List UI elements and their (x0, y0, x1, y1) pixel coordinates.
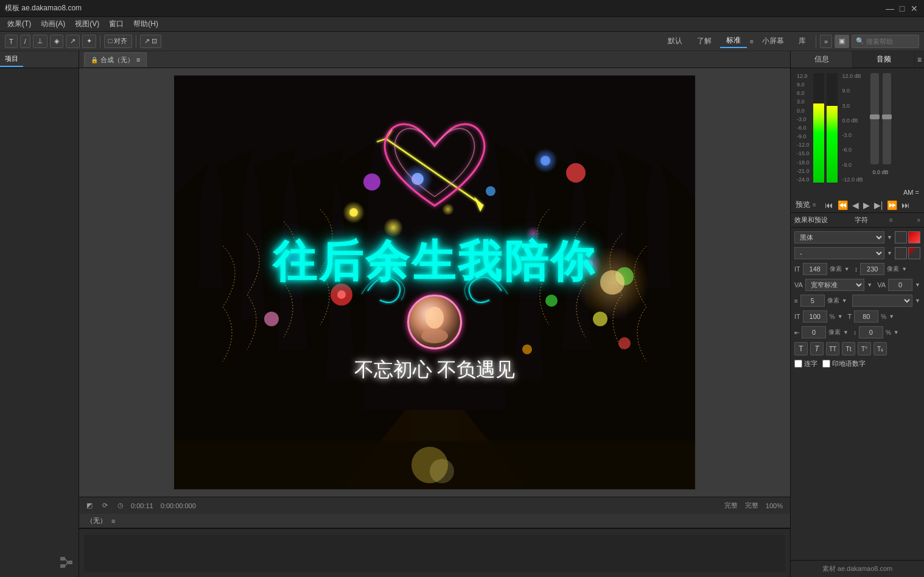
preview-rewind-first[interactable]: ⏮ (824, 200, 835, 210)
volume-slider-left[interactable] (870, 73, 879, 164)
font-select[interactable]: 黑体 (794, 231, 884, 243)
ts-italic[interactable]: T (810, 342, 824, 355)
tool-text[interactable]: T (5, 35, 18, 48)
tool-shape[interactable]: ◈ (50, 35, 63, 48)
search-input[interactable] (866, 38, 915, 45)
nav-learn[interactable]: 了解 (691, 35, 718, 48)
ts-super[interactable]: T° (858, 342, 871, 355)
it-dropdown[interactable]: ▼ (838, 313, 843, 320)
preview-menu-icon[interactable]: ≡ (813, 201, 816, 208)
canvas-view-btn3[interactable]: ◷ (115, 502, 126, 509)
va-select[interactable]: 宽窄标准 (805, 279, 864, 291)
effects-menu-icon[interactable]: ≡ (889, 217, 893, 223)
ts-allcaps[interactable]: TT (826, 342, 839, 355)
tracking-input[interactable] (860, 263, 884, 275)
audio-menu-icon[interactable]: ≡ (915, 51, 924, 68)
size-dropdown[interactable]: ▼ (844, 266, 850, 272)
minimize-button[interactable]: — (885, 4, 895, 13)
preview-prev-frame[interactable]: ◀ (851, 200, 860, 210)
indent-icon: ⇤ (794, 329, 799, 336)
volume-slider-right[interactable] (883, 73, 891, 164)
timeline-menu-icon[interactable]: ≡ (111, 517, 115, 525)
tab-audio[interactable]: 音频 (853, 51, 915, 68)
font-style-select[interactable]: - (794, 247, 884, 259)
font-size-input[interactable] (803, 263, 827, 275)
it-unit: % (830, 313, 835, 320)
left-panel-tabs: 项目 (0, 51, 79, 68)
svg-rect-1 (60, 564, 65, 568)
ts-smallcaps[interactable]: Tt (842, 342, 855, 355)
nav-small-screen[interactable]: 小屏幕 (756, 35, 790, 48)
indic-label[interactable]: 印地语数字 (822, 359, 866, 368)
preview-next-frame[interactable]: ▶| (873, 200, 884, 210)
baseline-input[interactable] (854, 310, 878, 323)
color-swatch-4[interactable] (908, 247, 920, 259)
vu-mask-left (813, 73, 824, 103)
nav-default[interactable]: 默认 (662, 35, 688, 48)
ligature-checkbox[interactable] (794, 360, 802, 368)
canvas-view-btn1[interactable]: ◩ (84, 502, 95, 509)
scale-input[interactable] (859, 326, 883, 338)
it-size-input[interactable] (803, 310, 827, 323)
comp-tab-menu[interactable]: ≡ (136, 56, 140, 63)
close-button[interactable]: ✕ (909, 4, 919, 13)
canvas-resolution: 完整 (745, 501, 758, 510)
tracking-dropdown[interactable]: ▼ (901, 266, 907, 272)
svg-rect-0 (60, 557, 65, 561)
nav-library[interactable]: 库 (793, 35, 812, 48)
color-swatch-3[interactable] (895, 247, 907, 259)
stroke-type-select[interactable] (852, 295, 912, 307)
preview-fforward[interactable]: ⏩ (886, 200, 898, 210)
timeline-tab[interactable]: （无） (84, 516, 109, 525)
indic-checkbox[interactable] (822, 360, 830, 368)
resize-button[interactable]: ↗ ⊡ (140, 35, 161, 48)
left-tab-project[interactable]: 项目 (0, 52, 23, 67)
maximize-button[interactable]: □ (897, 4, 907, 13)
preview-play[interactable]: ▶ (862, 200, 871, 210)
tool-pen[interactable]: / (20, 35, 30, 48)
char-label[interactable]: 字符 (855, 215, 868, 225)
color-swatch-2[interactable] (908, 231, 920, 243)
nav-standard[interactable]: 标准 (720, 35, 747, 48)
effects-extend-icon[interactable]: » (917, 217, 920, 223)
stroke-input[interactable] (800, 295, 825, 307)
tool-star[interactable]: ✦ (82, 35, 96, 48)
canvas-zoom-btn[interactable]: 100% (763, 502, 785, 509)
va2-dropdown[interactable]: ▼ (915, 282, 920, 288)
preview-rewind[interactable]: ⏪ (836, 200, 849, 210)
main-layout: 项目 🔒 合成（无） ≡ (0, 51, 924, 577)
menu-item-effects[interactable]: 效果(T) (2, 18, 36, 30)
indent-dropdown[interactable]: ▼ (843, 329, 849, 335)
char-panel: 黑体 ▼ - ▼ IT (791, 228, 924, 560)
preview-fforward-last[interactable]: ⏭ (900, 200, 911, 210)
left-panel-content (0, 68, 79, 577)
tab-info[interactable]: 信息 (791, 51, 853, 68)
canvas-view-btn2[interactable]: ⟳ (100, 502, 110, 509)
effects-label[interactable]: 效果和预设 (794, 215, 828, 225)
color-swatches-2 (895, 247, 920, 259)
align-button[interactable]: □ 对齐 (104, 35, 132, 48)
comp-lock-icon: 🔒 (91, 57, 98, 63)
ts-sub[interactable]: T₁ (873, 342, 887, 355)
avatar-circle (407, 295, 462, 349)
comp-tab[interactable]: 🔒 合成（无） ≡ (84, 52, 147, 67)
baseline-dropdown[interactable]: ▼ (889, 313, 894, 320)
tool-anchor[interactable]: ⊥ (33, 35, 47, 48)
menu-item-view[interactable]: 视图(V) (70, 18, 104, 30)
ts-regular[interactable]: T (794, 342, 808, 355)
scale-dropdown[interactable]: ▼ (894, 329, 899, 335)
stroke-dropdown[interactable]: ▼ (842, 298, 847, 304)
menu-item-animation[interactable]: 动画(A) (36, 18, 70, 30)
stroke-type-dropdown[interactable]: ▼ (915, 298, 920, 304)
indent-input[interactable] (802, 326, 826, 338)
menu-item-help[interactable]: 帮助(H) (128, 18, 163, 30)
icon-mode-button[interactable]: ▣ (835, 35, 849, 48)
va-dropdown[interactable]: ▼ (867, 282, 872, 288)
menu-item-window[interactable]: 窗口 (104, 18, 128, 30)
ligature-label[interactable]: 连字 (794, 359, 817, 368)
tool-arrow[interactable]: ↗ (66, 35, 80, 48)
extend-button[interactable]: » (820, 35, 832, 48)
va2-input[interactable] (888, 279, 912, 291)
color-swatch-1[interactable] (895, 231, 907, 243)
canvas-area[interactable]: 往后余生我陪你 不忘初心 不负遇见 (79, 68, 790, 497)
